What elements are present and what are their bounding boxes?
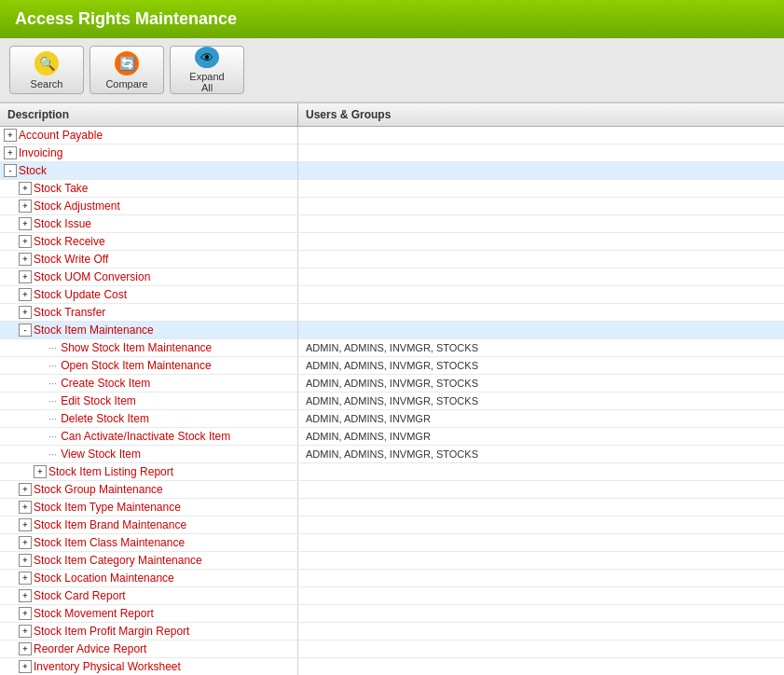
tree-item-label[interactable]: Stock [19, 164, 47, 177]
tree-item-label[interactable]: Can Activate/Inactivate Stock Item [61, 430, 230, 443]
tree-item-label[interactable]: Stock Movement Report [34, 607, 154, 620]
tree-item-label[interactable]: Stock Item Listing Report [48, 465, 173, 478]
tree-row[interactable]: +Stock Group Maintenance [0, 481, 784, 499]
tree-container[interactable]: +Account Payable+Invoicing-Stock+Stock T… [0, 127, 784, 675]
tree-cell-users [298, 240, 784, 243]
tree-item-label[interactable]: Stock Item Profit Margin Report [34, 625, 189, 638]
expand-button[interactable]: + [4, 129, 17, 142]
tree-item-label[interactable]: View Stock Item [61, 448, 141, 461]
tree-row[interactable]: +Stock UOM Conversion [0, 269, 784, 286]
compare-button[interactable]: 🔄 Compare [89, 46, 164, 94]
expand-button[interactable]: + [19, 253, 32, 266]
tree-item-label[interactable]: Reorder Advice Report [34, 642, 146, 655]
tree-row[interactable]: -Stock [0, 162, 784, 180]
tree-item-label[interactable]: Stock Update Cost [34, 288, 127, 301]
tree-row[interactable]: ···Edit Stock ItemADMIN, ADMINS, INVMGR,… [0, 393, 784, 410]
tree-item-label[interactable]: Stock Issue [34, 217, 91, 230]
tree-item-label[interactable]: Stock Item Maintenance [34, 324, 154, 337]
tree-item-label[interactable]: Inventory Physical Worksheet [34, 660, 181, 673]
tree-row[interactable]: ···Open Stock Item MaintenanceADMIN, ADM… [0, 357, 784, 375]
expand-button[interactable]: + [19, 501, 32, 514]
tree-row[interactable]: +Stock Item Profit Margin Report [0, 623, 784, 641]
tree-row[interactable]: +Inventory Physical Worksheet [0, 658, 784, 675]
expand-button[interactable]: + [19, 217, 32, 230]
tree-cell-users: ADMIN, ADMINS, INVMGR, STOCKS [298, 376, 784, 391]
expand-button[interactable]: + [19, 518, 32, 531]
tree-item-label[interactable]: Stock Adjustment [34, 200, 120, 213]
expand-button[interactable]: + [19, 660, 32, 673]
expand-button[interactable]: + [19, 306, 32, 319]
tree-cell-users [298, 222, 784, 226]
tree-item-label[interactable]: Stock Take [34, 182, 88, 195]
tree-item-label[interactable]: Delete Stock Item [61, 412, 149, 425]
tree-item-label[interactable]: Stock Card Report [34, 589, 126, 602]
tree-cell-users [298, 665, 784, 668]
tree-row[interactable]: +Stock Item Class Maintenance [0, 534, 784, 552]
expand-button[interactable]: + [19, 270, 32, 283]
tree-row[interactable]: +Account Payable [0, 127, 784, 145]
tree-item-label[interactable]: Stock Item Brand Maintenance [34, 518, 186, 531]
tree-row[interactable]: +Invoicing [0, 145, 784, 162]
tree-row[interactable]: +Stock Card Report [0, 587, 784, 605]
expand-button[interactable]: + [34, 465, 47, 478]
tree-row[interactable]: ···Show Stock Item MaintenanceADMIN, ADM… [0, 339, 784, 357]
tree-cell-description: +Inventory Physical Worksheet [0, 658, 298, 675]
tree-item-label[interactable]: Create Stock Item [61, 377, 150, 390]
expand-button[interactable]: + [19, 288, 32, 301]
tree-row[interactable]: +Stock Item Type Maintenance [0, 499, 784, 517]
tree-row[interactable]: ···Can Activate/Inactivate Stock ItemADM… [0, 428, 784, 446]
tree-row[interactable]: +Reorder Advice Report [0, 641, 784, 658]
tree-item-label[interactable]: Stock Transfer [34, 306, 105, 319]
tree-row[interactable]: +Stock Location Maintenance [0, 570, 784, 587]
collapse-button[interactable]: - [19, 324, 32, 337]
expand-button[interactable]: + [19, 182, 32, 195]
tree-item-label[interactable]: Stock UOM Conversion [34, 270, 150, 283]
tree-item-label[interactable]: Stock Group Maintenance [34, 483, 163, 496]
tree-item-label[interactable]: Stock Item Class Maintenance [34, 536, 185, 549]
tree-row[interactable]: ···Delete Stock ItemADMIN, ADMINS, INVMG… [0, 410, 784, 428]
tree-row[interactable]: +Stock Receive [0, 233, 784, 251]
tree-item-label[interactable]: Invoicing [19, 146, 62, 159]
tree-row[interactable]: ···View Stock ItemADMIN, ADMINS, INVMGR,… [0, 446, 784, 463]
tree-row[interactable]: +Stock Item Category Maintenance [0, 552, 784, 570]
tree-item-label[interactable]: Stock Location Maintenance [34, 572, 174, 585]
expand-button[interactable]: + [19, 589, 32, 602]
expand-button[interactable]: + [4, 146, 17, 159]
tree-cell-users [298, 328, 784, 332]
expand-all-button[interactable]: 👁 ExpandAll [170, 46, 244, 94]
expand-button[interactable]: + [19, 607, 32, 620]
tree-cell-description: +Stock Item Brand Maintenance [0, 517, 298, 533]
tree-row[interactable]: +Stock Update Cost [0, 286, 784, 304]
tree-cell-description: +Stock UOM Conversion [0, 269, 298, 285]
expand-button[interactable]: + [19, 625, 32, 638]
tree-row[interactable]: ···Create Stock ItemADMIN, ADMINS, INVMG… [0, 375, 784, 393]
collapse-button[interactable]: - [4, 164, 17, 177]
expand-button[interactable]: + [19, 200, 32, 213]
tree-cell-description: -Stock Item Maintenance [0, 322, 298, 338]
tree-item-label[interactable]: Stock Item Type Maintenance [34, 501, 181, 514]
tree-item-label[interactable]: Edit Stock Item [61, 394, 136, 407]
tree-item-label[interactable]: Stock Item Category Maintenance [34, 554, 202, 567]
tree-row[interactable]: +Stock Item Listing Report [0, 463, 784, 481]
tree-row[interactable]: +Stock Item Brand Maintenance [0, 517, 784, 534]
expand-button[interactable]: + [19, 235, 32, 248]
tree-row[interactable]: +Stock Issue [0, 215, 784, 233]
expand-button[interactable]: + [19, 536, 32, 549]
tree-row[interactable]: +Stock Write Off [0, 251, 784, 269]
tree-row[interactable]: +Stock Transfer [0, 304, 784, 322]
tree-item-label[interactable]: Show Stock Item Maintenance [61, 341, 212, 354]
expand-button[interactable]: + [19, 483, 32, 496]
expand-button[interactable]: + [19, 572, 32, 585]
tree-item-label[interactable]: Open Stock Item Maintenance [61, 359, 211, 372]
expand-button[interactable]: + [19, 642, 32, 655]
tree-item-label[interactable]: Stock Receive [34, 235, 105, 248]
search-button[interactable]: 🔍 Search [9, 46, 84, 94]
tree-row[interactable]: +Stock Take [0, 180, 784, 198]
tree-item-label[interactable]: Account Payable [19, 129, 103, 142]
tree-row[interactable]: -Stock Item Maintenance [0, 322, 784, 339]
tree-cell-users [298, 505, 784, 509]
tree-row[interactable]: +Stock Adjustment [0, 198, 784, 215]
tree-row[interactable]: +Stock Movement Report [0, 605, 784, 623]
expand-button[interactable]: + [19, 554, 32, 567]
tree-item-label[interactable]: Stock Write Off [34, 253, 108, 266]
